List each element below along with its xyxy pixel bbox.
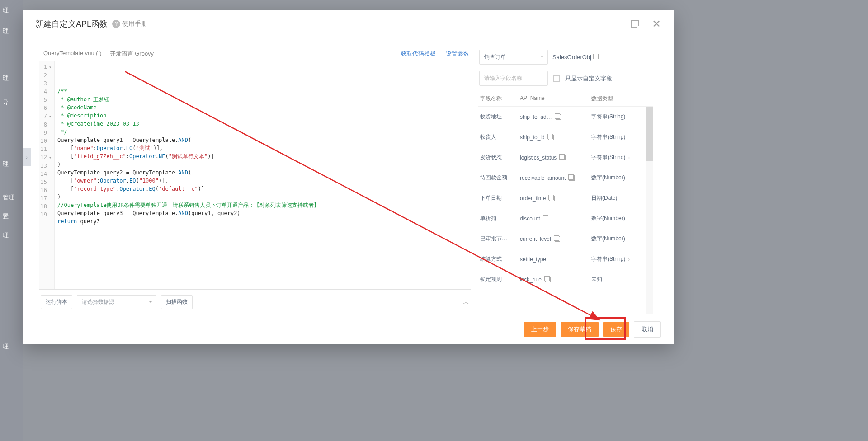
cell-field-name: 结算方式 [480,255,520,263]
bg-menu-item: 管理 [3,193,14,202]
cell-field-name: 待回款金额 [480,174,520,182]
cell-field-name: 收货人 [480,133,520,141]
code-signature: QueryTemplate vuu ( ) [43,50,102,58]
cell-api-name: ship_to_ad… [520,114,591,120]
table-row[interactable]: 下单日期order_time日期(Date) [478,188,653,208]
background-sidebar [0,0,23,441]
copy-icon[interactable] [545,277,551,282]
help-link[interactable]: ? 使用手册 [112,20,147,28]
bg-menu-item: 置 [3,212,9,220]
bg-menu-item: 理 [3,27,9,35]
scrollbar-thumb[interactable] [646,107,653,161]
copy-icon[interactable] [569,175,575,181]
cell-api-name: receivable_amount [520,175,591,181]
code-area[interactable]: /** * @author 王梦钰 * @codeName * @descrip… [55,61,471,289]
bg-menu-item: 理 [3,231,9,239]
run-script-button[interactable]: 运行脚本 [41,295,72,309]
set-params-link[interactable]: 设置参数 [446,50,469,58]
bg-menu-item: 理 [3,342,9,351]
cell-field-name: 锁定规则 [480,276,520,283]
chevron-right-icon[interactable]: › [628,155,630,161]
custom-only-checkbox[interactable] [553,75,560,82]
table-body: 收货地址ship_to_ad…字符串(String)收货人ship_to_id字… [478,107,653,314]
cell-api-name: settle_type [520,256,591,263]
copy-icon[interactable] [548,135,554,140]
copy-icon[interactable] [594,55,599,60]
object-select[interactable]: 销售订单 [479,50,548,65]
cell-api-name: discount [520,216,591,222]
cell-data-type: 日期(Date) [591,194,651,202]
object-api-text: SalesOrderObj [552,54,591,61]
table-header: 字段名称 API Name 数据类型 [478,91,653,107]
cell-data-type: 字符串(String) [591,133,651,141]
code-editor[interactable]: 1▾234567▾89101112▾13141516171819 /** * @… [39,61,471,290]
table-row[interactable]: 锁定规则lock_rule未知 [478,269,653,290]
datasource-select[interactable]: 请选择数据源 [77,295,156,309]
cancel-button[interactable]: 取消 [634,321,661,338]
modal-header: 新建自定义APL函数 ? 使用手册 ✕ [23,10,674,38]
chevron-right-icon[interactable]: › [628,256,630,263]
copy-icon[interactable] [555,236,560,242]
bg-menu-item: 导 [3,99,9,107]
copy-icon[interactable] [560,155,566,160]
help-text: 使用手册 [122,20,147,28]
cell-data-type: 数字(Number) [591,174,651,182]
modal-body: QueryTemplate vuu ( ) 开发语言 Groovy 获取代码模板… [23,38,674,314]
code-panel: QueryTemplate vuu ( ) 开发语言 Groovy 获取代码模板… [39,50,471,314]
cell-data-type: 数字(Number) [591,215,651,222]
th-field-name: 字段名称 [480,95,520,103]
object-api-label: SalesOrderObj [552,54,599,61]
scrollbar[interactable] [646,107,653,314]
cell-field-name: 发货状态 [480,154,520,161]
cell-field-name: 收货地址 [480,113,520,121]
prev-button[interactable]: 上一步 [524,322,556,337]
table-row[interactable]: 结算方式settle_type字符串(String)› [478,249,653,269]
bg-menu-item: 理 [3,74,9,82]
cell-api-name: lock_rule [520,277,591,283]
line-gutter: 1▾234567▾89101112▾13141516171819 [39,61,55,289]
help-icon: ? [112,20,120,28]
modal-dialog: 新建自定义APL函数 ? 使用手册 ✕ QueryTemplate vuu ( … [23,10,674,344]
cell-data-type: 字符串(String)› [591,255,651,263]
cell-data-type: 数字(Number) [591,235,651,243]
field-side-panel: 销售订单 SalesOrderObj 请输入字段名称 只显示自定义字段 字段名称… [478,50,653,314]
get-template-link[interactable]: 获取代码模板 [401,50,436,58]
th-data-type: 数据类型 [591,95,651,103]
cell-data-type: 未知 [591,276,651,283]
copy-icon[interactable] [550,257,555,262]
table-row[interactable]: 收货地址ship_to_ad…字符串(String) [478,107,653,127]
bg-menu-item: 理 [3,160,9,168]
custom-only-label: 只显示自定义字段 [565,75,612,83]
cell-api-name: logistics_status [520,155,591,161]
cell-api-name: current_level [520,236,591,242]
table-row[interactable]: 单折扣discount数字(Number) [478,208,653,229]
collapse-up-icon[interactable]: ︿ [463,298,469,306]
th-api-name: API Name [520,95,591,103]
cell-field-name: 下单日期 [480,194,520,202]
cell-field-name: 已审批节… [480,235,520,243]
cell-data-type: 字符串(String) [591,113,651,121]
cell-field-name: 单折扣 [480,215,520,222]
copy-icon[interactable] [549,196,555,201]
cell-api-name: ship_to_id [520,134,591,141]
close-icon[interactable]: ✕ [652,19,661,29]
table-row[interactable]: 收货人ship_to_id字符串(String) [478,127,653,147]
copy-icon[interactable] [544,216,549,221]
table-row[interactable]: 已审批节…current_level数字(Number) [478,229,653,249]
code-lang: 开发语言 Groovy [110,50,154,58]
cell-api-name: order_time [520,195,591,202]
text-cursor [108,209,108,216]
table-row[interactable]: 待回款金额receivable_amount数字(Number) [478,168,653,188]
modal-footer: 上一步 保存草稿 保存 取消 [23,314,674,344]
copy-icon[interactable] [556,114,561,120]
expand-icon[interactable] [631,20,639,28]
save-draft-button[interactable]: 保存草稿 [561,322,599,337]
panel-collapser[interactable]: › [23,148,31,166]
table-row[interactable]: 发货状态logistics_status字符串(String)› [478,147,653,168]
field-search-input[interactable]: 请输入字段名称 [479,71,548,86]
modal-title: 新建自定义APL函数 [35,19,108,29]
scan-func-button[interactable]: 扫描函数 [161,295,193,309]
bg-menu-item: 理 [3,6,9,14]
save-button[interactable]: 保存 [603,322,629,337]
cell-data-type: 字符串(String)› [591,154,651,161]
